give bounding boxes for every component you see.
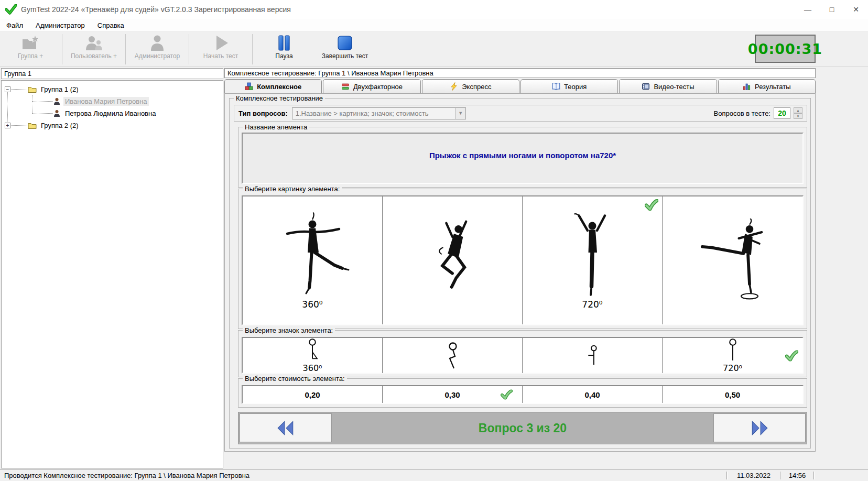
symbol-choice-group: Выберите значок элемента: 360⁰ [238,330,807,377]
status-time: 14:56 [782,472,812,479]
administrator-button[interactable]: Администратор [127,32,188,67]
tree-node-group-2[interactable]: + Группа 2 (2) [5,119,80,131]
symbol-group-title: Выберите значок элемента: [243,326,335,334]
symbol-option-1[interactable]: 360⁰ [243,338,383,373]
tree-node-user-petrova[interactable]: Петрова Людмила Ивановна [53,107,157,119]
user-icon [53,110,61,117]
start-test-button[interactable]: Начать тест [190,32,251,67]
tree-node-group-1[interactable]: − Группа 1 (2) [5,83,80,95]
value-option-1[interactable]: 0,20 [243,386,383,403]
gymnast-figure-4 [691,218,775,302]
stop-icon [336,35,354,51]
tree-connector [32,101,53,102]
value-choice-group: Выберите стоимость элемента: 0,20 0,30 [238,378,807,408]
expander-open-icon[interactable]: − [5,86,10,92]
previous-question-button[interactable] [240,413,332,442]
tree-node-user-ivanova[interactable]: Иванова Мария Петровна [53,95,149,107]
gymnast-figure-3 [553,212,632,298]
turn-zigzag-symbol [442,341,463,370]
play-icon [211,35,230,51]
tree-connector [32,113,53,114]
picture-option-1[interactable]: 360⁰ [243,196,383,324]
tab-label: Теория [564,83,587,91]
tab-theory[interactable]: Теория [520,79,618,93]
group-add-icon [21,35,40,51]
toolbar-separator [125,34,126,64]
picture-group-title: Выберите картинку элемента: [243,185,342,193]
tab-results[interactable]: Результаты [718,79,816,93]
tab-page-complex: Комплексное тестирование Тип вопросов: 1… [224,93,816,452]
double-chevron-left-icon [276,420,295,436]
menu-file[interactable]: Файл [0,19,29,31]
symbol-caption: 360⁰ [303,363,322,373]
picture-caption: 720⁰ [582,299,602,310]
expander-closed-icon[interactable]: + [5,123,10,128]
close-icon[interactable]: ✕ [844,2,868,17]
toolbar-separator [62,34,62,64]
question-navigation-bar: Вопрос 3 из 20 [238,412,807,444]
finish-test-button[interactable]: Завершить тест [314,32,375,67]
next-question-button[interactable] [713,413,806,442]
symbol-option-3[interactable] [523,338,663,373]
pause-button[interactable]: Пауза [254,32,314,67]
tree-node-label[interactable]: Петрова Людмила Ивановна [63,109,157,118]
tab-complex[interactable]: Комплексное [224,79,322,93]
minimize-icon[interactable]: — [796,2,820,17]
menu-administrator[interactable]: Администратор [29,19,91,31]
question-progress-label: Вопрос 3 из 20 [479,421,567,435]
menu-help[interactable]: Справка [91,19,131,31]
tab-label: Экспресс [462,83,491,91]
administrator-icon [148,35,167,51]
value-text: 0,30 [444,390,460,399]
picture-option-3[interactable]: 720⁰ [523,196,663,324]
film-icon [642,82,650,91]
sidebar-header: Группа 1 [1,68,223,79]
symbol-option-2[interactable] [383,338,523,373]
app-logo-check-icon [5,4,17,15]
question-type-label: Тип вопросов: [238,110,288,117]
tree-node-label[interactable]: Группа 2 (2) [39,121,80,130]
user-add-button[interactable]: Пользователь + [63,32,124,67]
toolbar-separator [189,34,189,64]
test-timer: 00:00:31 [755,35,816,63]
status-separator [813,472,815,479]
turn-hook-symbol [582,343,603,369]
questions-count-value[interactable]: 20 [774,107,790,119]
gymnast-figure-1 [270,212,354,298]
status-bar: Проводится Комплексное тестирование: Гру… [0,469,868,481]
tab-label: Видео-тесты [654,83,694,91]
blocks-icon [245,82,253,91]
spin-up-icon[interactable]: ▲ [794,107,802,113]
element-name-group-title: Название элемента [243,123,309,131]
symbol-caption: 720⁰ [723,363,742,373]
value-option-4[interactable]: 0,50 [663,386,802,403]
groups-tree: − Группа 1 (2) Иванова Мария Петровна Пе… [1,80,223,468]
maximize-icon[interactable]: □ [820,2,844,17]
double-chevron-right-icon [750,420,769,436]
tab-video-tests[interactable]: Видео-тесты [619,79,717,93]
tree-node-label[interactable]: Группа 1 (2) [39,85,80,94]
tab-two-factor[interactable]: Двухфакторное [323,79,420,93]
chevron-down-icon[interactable]: ▼ [455,108,465,119]
value-option-3[interactable]: 0,40 [523,386,663,403]
tree-node-label[interactable]: Иванова Мария Петровна [63,97,149,106]
picture-option-4[interactable] [663,196,802,324]
tab-bar: Комплексное Двухфакторное Экспресс [224,79,816,93]
status-text: Проводится Комплексное тестирование: Гру… [0,472,725,479]
tab-express[interactable]: Экспресс [422,79,519,93]
lightning-icon [450,82,458,91]
picture-options: 360⁰ [242,195,804,325]
value-text: 0,40 [584,390,600,399]
user-add-icon [84,35,103,51]
administrator-label: Администратор [135,52,180,60]
status-separator [780,472,781,479]
selected-check-icon [785,350,798,361]
value-text: 0,20 [305,390,320,399]
picture-option-2[interactable] [383,196,523,324]
pause-label: Пауза [275,52,292,60]
group-add-button[interactable]: Группа + [0,32,61,67]
symbol-option-4[interactable]: 720⁰ [663,338,802,373]
value-option-2[interactable]: 0,30 [383,386,523,403]
spin-down-icon[interactable]: ▼ [794,113,802,119]
question-type-combobox[interactable]: 1.Название > картинка; значок; стоимость… [292,107,466,119]
